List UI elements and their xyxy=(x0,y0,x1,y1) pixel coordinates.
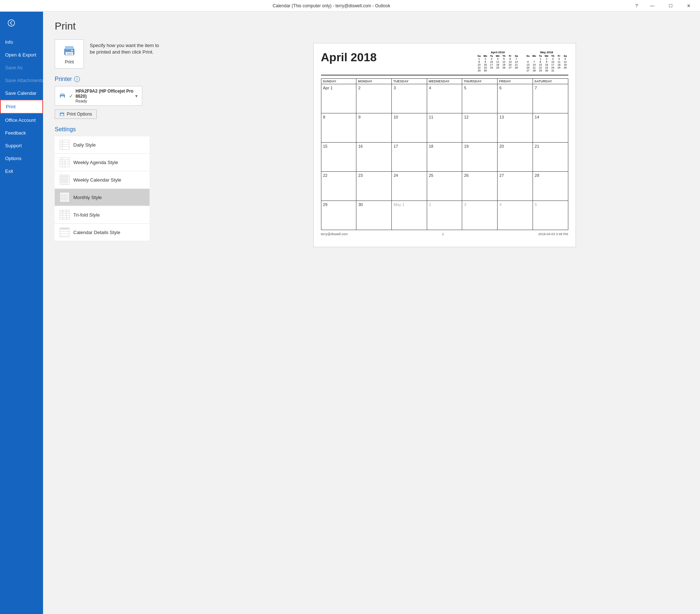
svg-rect-6 xyxy=(71,50,73,51)
minimize-button[interactable]: — xyxy=(644,0,661,12)
svg-rect-3 xyxy=(65,52,73,56)
printer-name: HPA2F9A2 (HP Officejet Pro 8620) xyxy=(76,89,135,99)
sidebar: Info Open & Export Save As Save Attachme… xyxy=(0,12,43,614)
cal-cell-22: 22 xyxy=(321,172,357,201)
page-title: Print xyxy=(55,20,688,32)
sidebar-item-save-calendar[interactable]: Save Calendar xyxy=(0,87,43,100)
cal-cell-30: 30 xyxy=(356,201,392,230)
print-options-icon xyxy=(59,112,65,117)
settings-item-monthly[interactable]: Monthly Style xyxy=(55,189,150,206)
weekly-agenda-label: Weekly Agenda Style xyxy=(73,160,118,165)
daily-style-icon xyxy=(59,140,70,150)
mini-month-may: May 2018 SuMoTuWeThFrSa 12345 6789101112… xyxy=(525,51,568,72)
calendar-grid: Apr 1 2 3 4 5 6 7 8 9 10 11 12 13 xyxy=(321,84,568,230)
svg-rect-2 xyxy=(65,46,73,49)
app-container: Info Open & Export Save As Save Attachme… xyxy=(0,12,700,614)
cal-cell-20: 20 xyxy=(498,143,533,172)
cal-cell-may3: 3 xyxy=(462,201,498,230)
back-button[interactable] xyxy=(3,15,20,31)
cal-cell-18: 18 xyxy=(427,143,463,172)
help-button[interactable]: ? xyxy=(631,0,642,12)
main-content: Print Print xyxy=(43,12,700,614)
calendar-footer: terry@diswell.com 1 2018-04-03 3:48 PM xyxy=(321,232,568,236)
calendar-day-headers: SUNDAY MONDAY TUESDAY WEDNESDAY THURSDAY… xyxy=(321,78,568,84)
cal-cell-19: 19 xyxy=(462,143,498,172)
settings-item-trifold[interactable]: Tri-fold Style xyxy=(55,206,150,223)
print-icon-section: Print Specify how you want the item to b… xyxy=(55,39,201,69)
cal-cell-29: 29 xyxy=(321,201,357,230)
cal-cell-may2: 2 xyxy=(427,201,463,230)
svg-rect-11 xyxy=(61,112,63,113)
footer-page: 1 xyxy=(442,232,444,236)
dropdown-arrow-icon: ▼ xyxy=(135,94,138,98)
settings-item-details[interactable]: Calendar Details Style xyxy=(55,224,150,241)
svg-rect-5 xyxy=(67,54,72,55)
sidebar-nav: Info Open & Export Save As Save Attachme… xyxy=(0,36,43,178)
settings-section-title: Settings xyxy=(55,126,201,133)
settings-item-weekly-calendar[interactable]: Weekly Calendar Style xyxy=(55,171,150,188)
cal-cell-apr1: Apr 1 xyxy=(321,84,357,113)
weekly-calendar-icon xyxy=(59,175,70,185)
svg-rect-12 xyxy=(61,114,63,116)
sidebar-item-open-export[interactable]: Open & Export xyxy=(0,48,43,61)
cal-cell-11: 11 xyxy=(427,113,463,143)
printer-small-icon xyxy=(59,92,66,100)
svg-point-0 xyxy=(8,20,15,26)
printer-dropdown[interactable]: ✓ HPA2F9A2 (HP Officejet Pro 8620) Ready… xyxy=(55,86,142,106)
cal-cell-15: 15 xyxy=(321,143,357,172)
cal-cell-13: 13 xyxy=(498,113,533,143)
monthly-style-icon xyxy=(59,192,70,202)
sidebar-item-info[interactable]: Info xyxy=(0,36,43,48)
cal-cell-28: 28 xyxy=(533,172,568,201)
cal-cell-25: 25 xyxy=(427,172,463,201)
mini-month-april: April 2018 SuMoTuWeThFrSa 1234567 891011… xyxy=(476,51,519,72)
print-icon-box[interactable]: Print xyxy=(55,39,84,69)
sidebar-item-feedback[interactable]: Feedback xyxy=(0,127,43,139)
cal-cell-3: 3 xyxy=(392,84,427,113)
sidebar-item-exit[interactable]: Exit xyxy=(0,165,43,178)
settings-section: Settings Daily Style xyxy=(55,126,201,241)
svg-rect-8 xyxy=(61,93,64,95)
settings-list: Daily Style Wee xyxy=(55,136,150,241)
cal-cell-may1: May 1 xyxy=(392,201,427,230)
svg-rect-9 xyxy=(61,96,64,98)
sidebar-item-options[interactable]: Options xyxy=(0,152,43,165)
cal-cell-27: 27 xyxy=(498,172,533,201)
cal-cell-17: 17 xyxy=(392,143,427,172)
printer-icon xyxy=(62,43,77,58)
sidebar-item-print[interactable]: Print xyxy=(0,100,43,114)
footer-timestamp: 2018-04-03 3:48 PM xyxy=(538,232,568,236)
svg-rect-4 xyxy=(67,53,72,54)
close-button[interactable]: ✕ xyxy=(680,0,697,12)
printer-ready-check: ✓ xyxy=(69,93,73,99)
settings-item-daily[interactable]: Daily Style xyxy=(55,136,150,153)
maximize-button[interactable]: ☐ xyxy=(662,0,679,12)
cal-cell-16: 16 xyxy=(356,143,392,172)
cal-cell-12: 12 xyxy=(462,113,498,143)
settings-item-weekly-agenda[interactable]: Weekly Agenda Style xyxy=(55,154,150,171)
trifold-style-icon xyxy=(59,210,70,220)
cal-cell-may5: 5 xyxy=(533,201,568,230)
printer-status: Ready xyxy=(76,99,135,103)
info-icon[interactable]: i xyxy=(74,76,80,82)
cal-cell-4: 4 xyxy=(427,84,463,113)
window-title: Calendar (This computer only) - terry@di… xyxy=(32,3,631,8)
sidebar-item-save-as: Save As xyxy=(0,61,43,74)
sidebar-item-support[interactable]: Support xyxy=(0,139,43,152)
calendar-month-title: April 2018 xyxy=(321,51,377,64)
printer-info: HPA2F9A2 (HP Officejet Pro 8620) Ready xyxy=(76,89,135,103)
cal-cell-2: 2 xyxy=(356,84,392,113)
cal-cell-24: 24 xyxy=(392,172,427,201)
cal-cell-9: 9 xyxy=(356,113,392,143)
print-options-button[interactable]: Print Options xyxy=(55,109,97,119)
sidebar-item-office-account[interactable]: Office Account xyxy=(0,114,43,127)
sidebar-item-save-attachments: Save Attachments xyxy=(0,74,43,87)
details-style-icon xyxy=(59,227,70,237)
svg-rect-18 xyxy=(60,158,69,167)
cal-cell-7: 7 xyxy=(533,84,568,113)
footer-email: terry@diswell.com xyxy=(321,232,348,236)
trifold-style-label: Tri-fold Style xyxy=(73,212,100,218)
cal-cell-14: 14 xyxy=(533,113,568,143)
cal-cell-may4: 4 xyxy=(498,201,533,230)
calendar-header: April 2018 April 2018 SuMoTuWeThFrSa 123… xyxy=(321,51,568,75)
